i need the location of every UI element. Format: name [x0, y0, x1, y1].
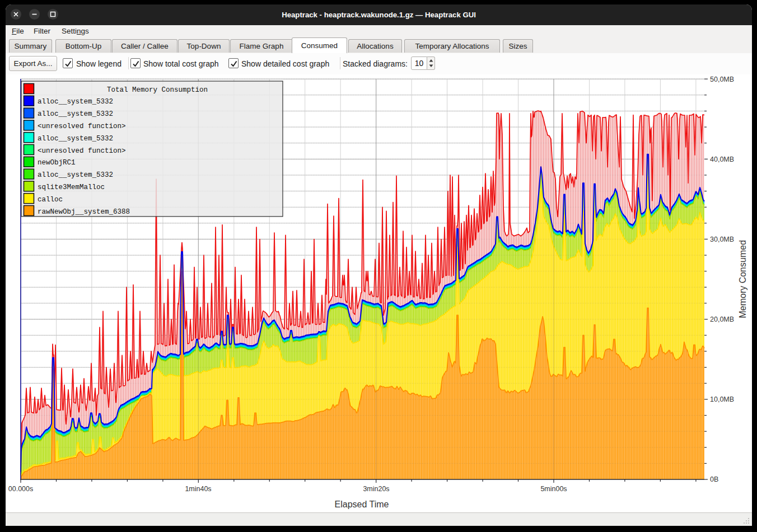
svg-text:rawNewObj__system_6388: rawNewObj__system_6388	[38, 208, 130, 216]
svg-text:3min20s: 3min20s	[363, 485, 389, 493]
svg-text:Memory Consumed: Memory Consumed	[738, 240, 747, 318]
svg-text:alloc__system_5332: alloc__system_5332	[38, 98, 113, 106]
svg-text:calloc: calloc	[38, 196, 63, 204]
svg-text:alloc__system_5332: alloc__system_5332	[38, 135, 113, 143]
svg-text:50,0MB: 50,0MB	[710, 76, 734, 83]
svg-text:10,0MB: 10,0MB	[710, 396, 734, 403]
svg-text:0B: 0B	[710, 475, 718, 483]
svg-text:00.000s: 00.000s	[8, 485, 33, 493]
svg-text:1min40s: 1min40s	[185, 485, 211, 493]
svg-text:Elapsed Time: Elapsed Time	[335, 500, 389, 509]
svg-text:30,0MB: 30,0MB	[710, 236, 734, 243]
svg-text:Total Memory Consumption: Total Memory Consumption	[107, 86, 208, 94]
svg-text:<unresolved function>: <unresolved function>	[38, 123, 126, 130]
svg-text:<unresolved function>: <unresolved function>	[38, 147, 126, 155]
svg-text:40,0MB: 40,0MB	[710, 156, 734, 163]
svg-text:5min00s: 5min00s	[540, 485, 567, 493]
svg-text:20,0MB: 20,0MB	[710, 316, 734, 323]
svg-text:newObjRC1: newObjRC1	[38, 159, 76, 167]
svg-text:alloc__system_5332: alloc__system_5332	[38, 171, 113, 179]
svg-text:alloc__system_5332: alloc__system_5332	[38, 110, 113, 118]
svg-text:sqlite3MemMalloc: sqlite3MemMalloc	[38, 183, 105, 191]
